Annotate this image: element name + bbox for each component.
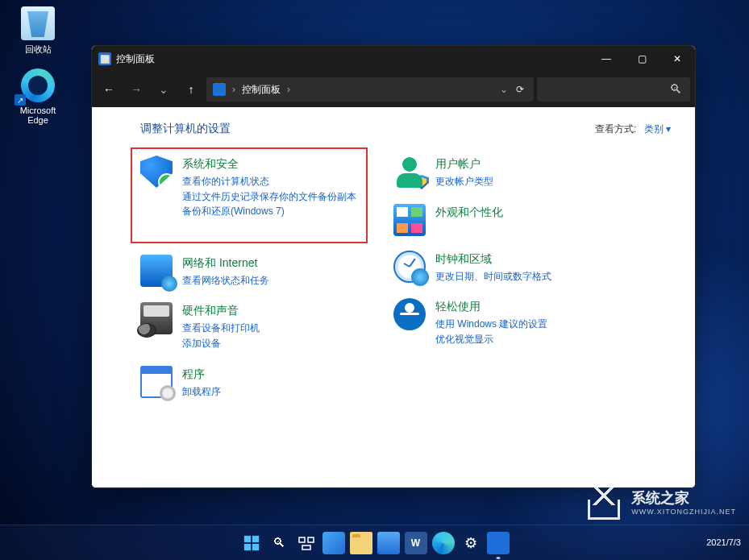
category-link-system-security[interactable]: 系统和安全 [182, 157, 356, 172]
titlebar[interactable]: ⬜ 控制面板 — ▢ ✕ [92, 46, 695, 72]
nav-up-button[interactable]: ↑ [179, 77, 203, 102]
breadcrumb-dropdown-icon[interactable]: ⌄ [500, 84, 508, 95]
tray-date: 2021/7/3 [706, 537, 741, 547]
appearance-icon[interactable] [393, 204, 426, 236]
windows-logo-icon [243, 534, 260, 552]
category-link-programs[interactable]: 程序 [182, 367, 221, 382]
control-panel-icon: ⬜ [98, 52, 111, 65]
category-system-security: 系统和安全 查看你的计算机状态 通过文件历史记录保存你的文件备份副本 备份和还原… [140, 156, 358, 219]
maximize-button[interactable]: ▢ [624, 46, 660, 72]
link-optimize-visual[interactable]: 优化视觉显示 [435, 332, 547, 347]
view-mode-label: 查看方式: [595, 123, 636, 135]
recycle-bin-label: 回收站 [10, 44, 66, 56]
edge-label: Microsoft Edge [10, 106, 66, 125]
breadcrumb-root[interactable]: 控制面板 [242, 83, 281, 97]
category-appearance: 外观和个性化 [393, 204, 611, 236]
category-link-appearance[interactable]: 外观和个性化 [435, 205, 503, 220]
watermark-logo-icon [583, 484, 625, 520]
category-hardware: 硬件和声音 查看设备和打印机 添加设备 [140, 302, 358, 351]
svg-rect-6 [302, 545, 310, 550]
nav-back-button[interactable]: ← [97, 77, 121, 102]
refresh-button[interactable]: ⟳ [516, 84, 524, 95]
taskbar-store-button[interactable] [377, 532, 400, 554]
link-change-account-type[interactable]: 更改帐户类型 [435, 174, 493, 189]
taskbar-control-panel-button[interactable] [487, 532, 510, 554]
search-icon: 🔍︎ [669, 82, 682, 97]
search-input[interactable]: 🔍︎ [537, 77, 690, 102]
breadcrumb[interactable]: › 控制面板 › ⌄ ⟳ [206, 77, 534, 102]
window-title: 控制面板 [116, 52, 155, 66]
view-mode: 查看方式: 类别 ▾ [595, 122, 671, 136]
minimize-button[interactable]: — [589, 46, 624, 72]
content-area: 调整计算机的设置 查看方式: 类别 ▾ 系统和安全 查看你的计算机状态 通过文件… [92, 107, 695, 487]
accessibility-icon[interactable] [393, 298, 426, 330]
taskbar-file-explorer-button[interactable] [350, 532, 372, 554]
link-computer-status[interactable]: 查看你的计算机状态 [182, 174, 356, 189]
address-bar: ← → ⌄ ↑ › 控制面板 › ⌄ ⟳ 🔍︎ [92, 72, 695, 107]
category-link-user-accounts[interactable]: 用户帐户 [435, 157, 493, 172]
shield-icon[interactable] [140, 156, 173, 188]
taskbar-settings-button[interactable]: ⚙ [460, 532, 482, 554]
link-network-status[interactable]: 查看网络状态和任务 [182, 273, 269, 288]
link-add-device[interactable]: 添加设备 [182, 336, 260, 351]
category-link-clock-region[interactable]: 时钟和区域 [435, 252, 551, 267]
category-link-ease-of-access[interactable]: 轻松使用 [435, 300, 547, 314]
svg-rect-2 [243, 543, 250, 550]
link-windows-recommended[interactable]: 使用 Windows 建议的设置 [435, 317, 547, 332]
category-network: 网络和 Internet 查看网络状态和任务 [140, 255, 358, 288]
watermark-url: WWW.XITONGZHIJIA.NET [631, 508, 736, 516]
recycle-bin-icon [21, 6, 55, 40]
watermark: 系统之家 WWW.XITONGZHIJIA.NET [583, 484, 736, 520]
page-title: 调整计算机的设置 [140, 122, 231, 136]
category-ease-of-access: 轻松使用 使用 Windows 建议的设置 优化视觉显示 [393, 298, 611, 346]
svg-rect-3 [252, 543, 258, 550]
task-view-icon [298, 535, 314, 551]
hardware-icon[interactable] [140, 302, 173, 334]
control-panel-window: ⬜ 控制面板 — ▢ ✕ ← → ⌄ ↑ › 控制面板 › ⌄ ⟳ 🔍︎ 调整计… [91, 45, 696, 488]
view-mode-dropdown[interactable]: 类别 ▾ [644, 123, 671, 135]
edge-icon [21, 68, 55, 102]
chevron-right-icon: › [232, 84, 235, 95]
category-link-network[interactable]: 网络和 Internet [182, 256, 269, 271]
link-devices-printers[interactable]: 查看设备和打印机 [182, 321, 260, 336]
link-file-history-backup[interactable]: 通过文件历史记录保存你的文件备份副本 [182, 189, 356, 205]
highlight-box: 系统和安全 查看你的计算机状态 通过文件历史记录保存你的文件备份副本 备份和还原… [131, 147, 368, 243]
close-button[interactable]: ✕ [660, 46, 695, 72]
network-icon[interactable] [140, 255, 173, 287]
link-backup-restore-win7[interactable]: 备份和还原(Windows 7) [182, 204, 356, 219]
taskbar-widgets-button[interactable] [322, 532, 345, 554]
nav-recent-button[interactable]: ⌄ [152, 77, 176, 102]
taskbar-search-button[interactable]: 🔍︎ [268, 532, 290, 554]
taskbar-word-button[interactable]: W [405, 532, 427, 554]
link-change-date-time[interactable]: 更改日期、时间或数字格式 [435, 269, 551, 284]
nav-forward-button[interactable]: → [124, 77, 148, 102]
taskbar-edge-button[interactable] [432, 532, 455, 554]
svg-rect-4 [299, 537, 305, 542]
control-panel-small-icon [213, 83, 226, 96]
category-link-hardware[interactable]: 硬件和声音 [182, 304, 260, 318]
svg-rect-5 [308, 537, 314, 542]
watermark-text: 系统之家 [631, 490, 689, 506]
desktop-icon-recycle-bin[interactable]: 回收站 [10, 6, 66, 56]
desktop-icon-edge[interactable]: ↗ Microsoft Edge [10, 68, 66, 125]
svg-rect-1 [252, 535, 258, 541]
start-button[interactable] [240, 532, 263, 554]
category-user-accounts: 用户帐户 更改帐户类型 [393, 156, 611, 189]
taskbar: 🔍︎ W ⚙ [0, 525, 749, 560]
category-clock-region: 时钟和区域 更改日期、时间或数字格式 [393, 251, 611, 284]
system-tray[interactable]: 2021/7/3 [706, 525, 741, 560]
chevron-right-icon: › [287, 84, 290, 95]
clock-icon[interactable] [393, 251, 426, 283]
programs-icon[interactable] [140, 366, 173, 398]
shortcut-badge-icon: ↗ [15, 94, 26, 106]
taskbar-task-view-button[interactable] [295, 532, 318, 554]
svg-rect-0 [243, 535, 250, 541]
user-account-icon[interactable] [393, 156, 426, 188]
category-programs: 程序 卸载程序 [140, 366, 358, 400]
link-uninstall-program[interactable]: 卸载程序 [182, 384, 221, 400]
